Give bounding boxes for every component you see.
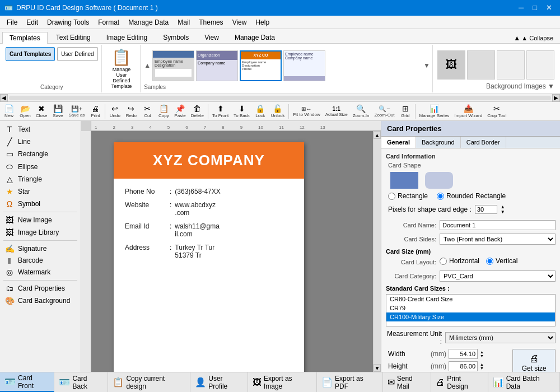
tb-zoom-out[interactable]: 🔍−Zoom-Out xyxy=(372,104,397,119)
get-from-printer-btn[interactable]: 🖨 Get sizefrom Printer xyxy=(512,349,556,372)
tb-to-front[interactable]: ⬆To Front xyxy=(210,102,231,120)
v-scroll-track[interactable] xyxy=(374,139,381,364)
shape-rectangle-preview[interactable] xyxy=(390,172,418,189)
cr100-item[interactable]: CR100-Military Size xyxy=(386,312,555,321)
tool-star[interactable]: ★ Star xyxy=(1,185,80,198)
tb-fit-window[interactable]: ⊞↔Fit to Window xyxy=(291,104,322,119)
h-scroll-right[interactable]: ▶ xyxy=(552,94,560,102)
tb-actual-size[interactable]: 1:1Actual Size xyxy=(323,104,350,119)
tb-delete[interactable]: 🗑Delete xyxy=(189,102,206,120)
card-templates-btn[interactable]: Card Templates xyxy=(6,47,55,61)
card-canvas[interactable]: XYZ COMPANY Phone No : (363)658-47XX Web… xyxy=(114,142,304,372)
tb-grid[interactable]: ⊞Grid xyxy=(398,102,413,120)
tb-manage-series[interactable]: 📊Manage Series xyxy=(417,102,452,120)
bg-images-label[interactable]: Background Images ▼ xyxy=(437,82,554,90)
h-scroll-track[interactable] xyxy=(9,96,551,100)
card-sides-select[interactable]: Two (Front and Back) One xyxy=(440,234,556,245)
height-input[interactable] xyxy=(449,361,478,371)
tab-view[interactable]: View xyxy=(197,31,226,43)
h-scroll-left[interactable]: ◀ xyxy=(0,94,8,102)
tab-templates[interactable]: Templates xyxy=(2,32,48,44)
shape-rounded-rect-preview[interactable] xyxy=(425,172,453,189)
tab-manage-data[interactable]: Manage Data xyxy=(227,31,282,43)
tb-crop-tool[interactable]: ✂Crop Tool xyxy=(485,102,508,120)
tool-image-library[interactable]: 🖼 Image Library xyxy=(1,226,80,239)
canvas-inner[interactable]: XYZ COMPANY Phone No : (363)658-47XX Web… xyxy=(91,131,373,372)
tool-signature[interactable]: ✍ Signature xyxy=(1,242,80,255)
collapse-button[interactable]: ▲ ▲ Collapse xyxy=(509,33,558,43)
bottom-send-mail[interactable]: ✉ Send Mail xyxy=(383,372,432,392)
tool-ellipse[interactable]: ⬭ Ellipse xyxy=(1,160,80,173)
rectangle-radio[interactable] xyxy=(388,193,395,200)
tool-symbol[interactable]: Ω Symbol xyxy=(1,198,80,210)
bg-thumb-1[interactable]: 🖼 xyxy=(437,50,465,80)
tab-symbols[interactable]: Symbols xyxy=(156,31,196,43)
tool-text[interactable]: T Text xyxy=(1,123,80,136)
v-scroll-up[interactable]: ▲ xyxy=(374,131,381,139)
user-defined-btn[interactable]: User Defined xyxy=(57,47,97,61)
tb-import-wizard[interactable]: 📥Import Wizard xyxy=(452,102,484,120)
manage-user-defined-btn[interactable]: 📋 ManageUserDefinedTemplate xyxy=(108,46,136,91)
radio-rounded-rect[interactable]: Rounded Rectangle xyxy=(437,192,506,200)
horizontal-radio[interactable] xyxy=(440,258,447,265)
card-name-input[interactable] xyxy=(440,220,556,230)
bottom-print-design[interactable]: 🖨 Print Design xyxy=(431,372,488,392)
bottom-export-pdf[interactable]: 📄 Export as PDF xyxy=(317,372,383,392)
tool-card-background[interactable]: 🎨 Card Background xyxy=(1,295,80,307)
pixels-spin-input[interactable] xyxy=(475,205,497,214)
tb-close[interactable]: ✖Close xyxy=(34,102,49,120)
bottom-copy-design[interactable]: 📋 Copy current design xyxy=(108,372,190,392)
tb-paste[interactable]: 📌Paste xyxy=(172,102,188,120)
tb-zoom-in[interactable]: 🔍Zoom-In xyxy=(351,102,372,120)
bg-thumb-3[interactable] xyxy=(497,50,525,80)
menu-format[interactable]: Format xyxy=(94,17,124,27)
rounded-rect-radio[interactable] xyxy=(437,193,444,200)
tab-text-editing[interactable]: Text Editing xyxy=(49,31,98,43)
height-up[interactable]: ▲ xyxy=(480,362,484,366)
tab-card-border[interactable]: Card Border xyxy=(461,137,506,148)
width-input[interactable] xyxy=(449,349,478,359)
width-up[interactable]: ▲ xyxy=(480,350,484,354)
tool-new-image[interactable]: 🖼 New Image xyxy=(1,214,80,226)
menu-file[interactable]: File xyxy=(2,17,22,27)
menu-drawing-tools[interactable]: Drawing Tools xyxy=(43,17,94,27)
card-sizes-listbox[interactable]: CR80-Credit Card Size CR79 CR100-Militar… xyxy=(386,294,556,326)
menu-help[interactable]: Help xyxy=(251,17,274,27)
tool-card-properties[interactable]: 🗂 Card Properties xyxy=(1,282,80,295)
vertical-radio[interactable] xyxy=(486,258,493,265)
tool-watermark[interactable]: ◎ Watermark xyxy=(1,266,80,278)
radio-horizontal[interactable]: Horizontal xyxy=(440,257,479,265)
menu-themes[interactable]: Themes xyxy=(194,17,227,27)
menu-edit[interactable]: Edit xyxy=(22,17,43,27)
radio-rectangle[interactable]: Rectangle xyxy=(388,192,428,200)
bottom-card-batch[interactable]: 📊 Card Batch Data xyxy=(488,372,560,392)
bg-thumb-2[interactable] xyxy=(467,50,495,80)
tb-undo[interactable]: ↩Undo xyxy=(107,102,123,120)
tab-image-editing[interactable]: Image Editing xyxy=(99,31,155,43)
tool-rectangle[interactable]: ▭ Rectangle xyxy=(1,148,80,160)
tb-save-as[interactable]: 💾+Save as xyxy=(66,104,87,119)
bottom-card-front[interactable]: 🪪 Card Front xyxy=(0,372,54,392)
tb-print[interactable]: 🖨Print xyxy=(87,102,103,120)
tb-lock[interactable]: 🔒Lock xyxy=(253,102,268,120)
pixels-down[interactable]: ▼ xyxy=(501,209,505,214)
sample-thumb-2[interactable]: Organization Company name xyxy=(196,50,238,81)
cr80-item[interactable]: CR80-Credit Card Size xyxy=(386,295,555,304)
radio-vertical[interactable]: Vertical xyxy=(486,257,517,265)
samples-scroll-up[interactable]: ▲ xyxy=(144,62,151,69)
tb-cut[interactable]: ✂Cut xyxy=(139,102,155,120)
maximize-button[interactable]: □ xyxy=(529,2,540,13)
menu-manage-data[interactable]: Manage Data xyxy=(124,17,173,27)
tb-unlock[interactable]: 🔓Unlock xyxy=(269,102,287,120)
tool-barcode[interactable]: ||| Barcode xyxy=(1,255,80,266)
tab-background[interactable]: Background xyxy=(416,137,461,148)
bottom-export-image[interactable]: 🖼 Export as Image xyxy=(248,372,317,392)
width-down[interactable]: ▼ xyxy=(480,354,484,358)
menu-view[interactable]: View xyxy=(228,17,251,27)
tb-open[interactable]: 📂Open xyxy=(17,102,33,120)
tb-copy[interactable]: 📋Copy xyxy=(156,102,171,120)
menu-mail[interactable]: Mail xyxy=(173,17,194,27)
pixels-up[interactable]: ▲ xyxy=(501,204,505,209)
measurement-select[interactable]: Milimeters (mm) Inches xyxy=(445,332,556,343)
v-scroll-down[interactable]: ▼ xyxy=(374,364,381,372)
